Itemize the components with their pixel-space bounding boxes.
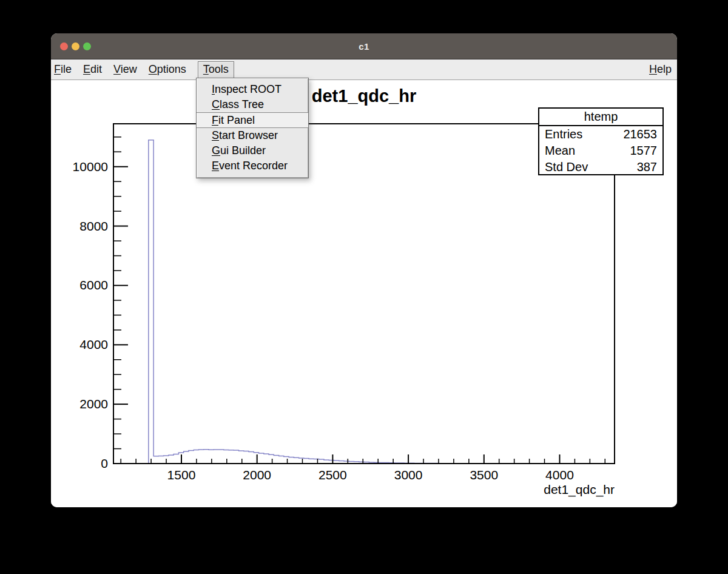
- stats-label: Mean: [545, 143, 575, 159]
- close-button[interactable]: [60, 42, 68, 50]
- stats-row: Entries21653: [539, 126, 662, 143]
- stats-row: Mean1577: [539, 143, 662, 159]
- plot-canvas[interactable]: 1500200025003000350040000200040006000800…: [51, 80, 677, 507]
- y-tick-label: 2000: [79, 397, 108, 411]
- stats-value: 21653: [623, 126, 657, 143]
- menu-tools[interactable]: Tools: [198, 61, 234, 78]
- traffic-lights: [60, 33, 95, 59]
- y-tick-label: 0: [101, 456, 108, 470]
- histogram-line: [113, 140, 615, 464]
- stats-value: 1577: [630, 143, 658, 159]
- window-title: c1: [359, 41, 369, 52]
- stats-label: Std Dev: [545, 159, 588, 175]
- x-tick-label: 4000: [545, 468, 574, 482]
- menu-edit[interactable]: Edit: [83, 63, 102, 76]
- stats-value: 387: [637, 159, 657, 175]
- x-tick-label: 2000: [243, 468, 271, 482]
- stats-box-title: htemp: [539, 109, 662, 126]
- menu-item-start-browser[interactable]: Start Browser: [197, 128, 308, 143]
- menu-item-inspect-root[interactable]: Inspect ROOT: [197, 82, 308, 97]
- x-axis-label: det1_qdc_hr: [544, 482, 615, 497]
- y-tick-label: 6000: [79, 278, 108, 292]
- menu-help[interactable]: Help: [649, 63, 672, 76]
- y-tick-label: 8000: [79, 219, 108, 233]
- menubar: FileEditViewOptionsToolsHelp: [51, 59, 677, 80]
- menu-view[interactable]: View: [113, 63, 137, 76]
- minimize-button[interactable]: [72, 42, 79, 50]
- menu-item-class-tree[interactable]: Class Tree: [197, 97, 308, 112]
- menu-file[interactable]: File: [54, 63, 72, 76]
- zoom-button[interactable]: [83, 42, 91, 50]
- menu-item-fit-panel[interactable]: Fit Panel: [197, 112, 308, 128]
- menu-item-event-recorder[interactable]: Event Recorder: [197, 158, 308, 174]
- x-tick-label: 1500: [167, 468, 196, 482]
- tools-dropdown-menu: Inspect ROOTClass TreeFit PanelStart Bro…: [196, 78, 309, 178]
- root-canvas-window: c1 FileEditViewOptionsToolsHelp 15002000…: [51, 33, 677, 507]
- stats-label: Entries: [545, 126, 582, 143]
- screenshot-root: { "window": { "title": "c1" }, "menubar"…: [0, 0, 728, 574]
- stats-row: Std Dev387: [539, 159, 662, 175]
- y-tick-label: 4000: [79, 337, 108, 351]
- x-tick-label: 3000: [394, 468, 423, 482]
- stats-box: htemp Entries21653Mean1577Std Dev387: [538, 107, 664, 175]
- x-tick-label: 3500: [470, 468, 498, 482]
- menu-options[interactable]: Options: [149, 63, 186, 76]
- x-tick-label: 2500: [318, 468, 347, 482]
- y-tick-label: 10000: [73, 160, 108, 174]
- menu-item-gui-builder[interactable]: Gui Builder: [197, 143, 308, 158]
- plot-title: det1_qdc_hr: [312, 86, 416, 106]
- titlebar[interactable]: c1: [51, 33, 677, 59]
